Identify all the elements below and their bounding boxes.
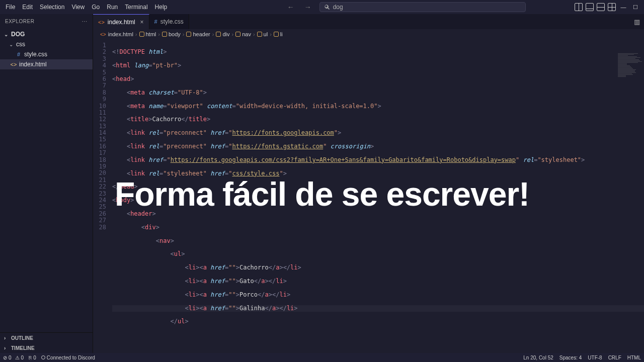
html-file-icon: <> — [100, 32, 106, 37]
search-text: dog — [333, 4, 343, 11]
editor-tabs: <> index.html × # style.css ▥ — [93, 14, 644, 29]
file-style-css[interactable]: # style.css — [0, 49, 93, 59]
status-indentation[interactable]: Spaces: 4 — [559, 355, 582, 360]
status-problems[interactable]: ⊘0 ⚠0 — [3, 355, 24, 360]
html-file-icon: <> — [10, 61, 17, 67]
discord-icon — [41, 355, 45, 359]
status-discord[interactable]: Connected to Discord — [41, 355, 95, 360]
menu-help[interactable]: Help — [151, 0, 171, 14]
css-file-icon: # — [154, 19, 157, 25]
status-eol[interactable]: CRLF — [608, 355, 621, 360]
symbol-icon — [186, 32, 191, 37]
status-bar: ⊘0 ⚠0 ⎘0 Connected to Discord Ln 20, Col… — [0, 353, 644, 362]
folder-root[interactable]: ⌄ DOG — [0, 29, 93, 39]
close-icon[interactable]: × — [140, 19, 144, 26]
status-cursor-position[interactable]: Ln 20, Col 52 — [523, 355, 553, 360]
chevron-down-icon: ⌄ — [9, 42, 14, 47]
menu-terminal[interactable]: Terminal — [121, 0, 151, 14]
code-editor[interactable]: 1234567891011121314151617181920212223242… — [93, 39, 644, 353]
chevron-right-icon: › — [4, 345, 9, 351]
layout-toggle-sidebar-icon[interactable] — [575, 3, 583, 11]
chevron-right-icon: › — [4, 335, 9, 341]
status-ports[interactable]: ⎘0 — [29, 355, 36, 360]
timeline-section[interactable]: › TIMELINE — [0, 343, 93, 353]
outline-section[interactable]: › OUTLINE — [0, 333, 93, 343]
menu-selection[interactable]: Selection — [36, 0, 68, 14]
tab-style-css[interactable]: # style.css — [149, 14, 189, 29]
layout-customize-icon[interactable] — [608, 3, 616, 11]
symbol-icon — [274, 32, 279, 37]
nav-back-icon[interactable]: ← — [285, 3, 296, 11]
menu-go[interactable]: Go — [88, 0, 103, 14]
editor-group: <> index.html × # style.css ▥ <> index.h… — [93, 14, 644, 353]
html-file-icon: <> — [98, 19, 105, 25]
tab-index-html[interactable]: <> index.html × — [93, 14, 149, 29]
menu-run[interactable]: Run — [103, 0, 121, 14]
symbol-icon — [162, 32, 167, 37]
chevron-down-icon: ⌄ — [4, 32, 9, 37]
symbol-icon — [216, 32, 221, 37]
explorer-more-icon[interactable]: ··· — [82, 19, 88, 24]
explorer-title: EXPLORER — [5, 19, 34, 24]
css-file-icon: # — [15, 51, 22, 57]
status-language-mode[interactable]: HTML — [627, 355, 641, 360]
symbol-icon — [235, 32, 240, 37]
maximize-icon[interactable]: ☐ — [631, 4, 640, 11]
breadcrumb[interactable]: <> index.html› html› body› header› div› … — [93, 29, 644, 39]
code-content[interactable]: <!DOCTYPE html> <html lang="pt-br"> <hea… — [112, 39, 644, 353]
split-editor-icon[interactable]: ▥ — [634, 18, 640, 26]
menu-edit[interactable]: Edit — [19, 0, 36, 14]
menu-file[interactable]: File — [2, 0, 19, 14]
nav-forward-icon[interactable]: → — [302, 3, 313, 11]
symbol-icon — [257, 32, 262, 37]
layout-toggle-secondary-icon[interactable] — [597, 3, 605, 11]
minimize-icon[interactable]: — — [619, 4, 628, 10]
layout-toggle-panel-icon[interactable] — [586, 3, 594, 11]
menu-view[interactable]: View — [68, 0, 88, 14]
search-icon — [324, 4, 330, 10]
line-number-gutter: 1234567891011121314151617181920212223242… — [93, 39, 112, 353]
symbol-icon — [139, 32, 144, 37]
file-index-html[interactable]: <> index.html — [0, 59, 93, 69]
status-encoding[interactable]: UTF-8 — [588, 355, 602, 360]
menu-bar: File Edit Selection View Go Run Terminal… — [0, 0, 644, 14]
command-center-search[interactable]: dog — [319, 2, 526, 12]
folder-css[interactable]: ⌄ css — [0, 39, 93, 49]
explorer-sidebar: EXPLORER ··· ⌄ DOG ⌄ css # style.css <> … — [0, 14, 93, 353]
